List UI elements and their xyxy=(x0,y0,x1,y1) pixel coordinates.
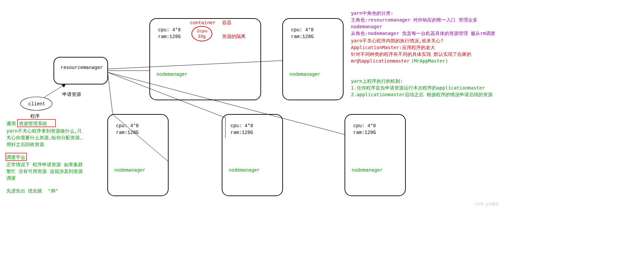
client-label: client xyxy=(28,101,45,107)
nm5-ram: ram:128G xyxy=(353,130,376,135)
left-l7: 繁忙 没有可用资源 这就涉及到资源 xyxy=(6,169,83,174)
left-l4: 用好之后回收资源 xyxy=(6,142,44,147)
nm4-ram: ram:128G xyxy=(230,130,253,135)
nm3-cpu: cpu: 4*8 xyxy=(116,123,139,129)
right-g3: 2.applicationmaster启动之后 根据程序的情况申请后续的资源 xyxy=(351,92,493,97)
nm5-cpu: cpu: 4*8 xyxy=(353,123,376,129)
client-to-rm-arrowhead xyxy=(62,84,66,87)
container-cpu: 2cpu xyxy=(197,29,207,34)
left-l6: 正常情况下 程序申请资源 如果集群 xyxy=(6,162,83,167)
nm1-label: nodemanager xyxy=(156,72,187,77)
nm1-cpu: cpu: 4*8 xyxy=(158,27,181,33)
container-ram: 10g xyxy=(198,34,206,39)
nm4-label: nodemanager xyxy=(229,168,260,173)
resourcemanager-box xyxy=(54,57,108,84)
nm2-label: nodemanager xyxy=(289,72,320,77)
rm-to-nm5-line xyxy=(108,72,345,135)
left-l5: 调度平台 xyxy=(6,154,25,160)
left-l8: 调度 xyxy=(6,175,16,181)
right-p1: yarn中角色的分类: xyxy=(351,10,393,16)
yarn-architecture-diagram: resourcemanager client 申请资源 程序 cpu: 4*8 … xyxy=(0,0,644,253)
right-r4a: mr的applicationmaster xyxy=(351,58,409,64)
right-r3: 针对不同种类的程序有不同的具体实现 默认实现了自家的 xyxy=(351,51,471,57)
container-title-cn: 容器 xyxy=(222,20,231,25)
nm3-ram: ram:128G xyxy=(116,130,139,135)
container-title: container xyxy=(190,20,216,26)
container-note: 资源的隔离 xyxy=(222,34,246,39)
resourcemanager-label: resourcemanager xyxy=(61,65,103,70)
right-g1: yarn上程序执行的机制: xyxy=(351,78,403,84)
client-below-label: 程序 xyxy=(30,113,40,119)
client-arrow-label: 申请资源 xyxy=(62,92,81,97)
watermark: CSDN @北极狼 xyxy=(474,202,499,206)
nm1-ram: ram:128G xyxy=(158,34,181,39)
right-p2b: nodemanager xyxy=(351,24,382,29)
right-p3: 从角色:nodemanager 负责每一台机器具体的资源管理 服从rm调度 xyxy=(351,31,495,36)
nm4-cpu: cpu: 4*8 xyxy=(230,123,253,129)
nm5-label: nodemanager xyxy=(352,168,383,173)
right-p2a: 主角色:resourcemanager 对外响应的唯一入口 管理众多 xyxy=(351,17,477,23)
rm-to-nm2-line xyxy=(108,61,283,69)
right-r4b: (MrAppMaster) xyxy=(411,58,448,64)
nm2-cpu: cpu: 4*8 xyxy=(291,27,314,33)
right-r1: yarn不关心程序内部的执行情况,谁来关心? xyxy=(351,38,443,43)
left-l3: 关心你需要什么资源,给你分配资源, xyxy=(6,135,83,140)
right-g2: 1.任何程序首先申请资源运行本次程序的applicationmaster xyxy=(351,85,485,91)
nm3-label: nodemanager xyxy=(114,168,145,173)
left-l1-pre: 通用 xyxy=(6,121,16,126)
left-l9: 先进先出 优先级 "帅" xyxy=(6,188,58,193)
left-l1-box: 资源管理系统 xyxy=(19,121,47,126)
nm2-ram: ram:128G xyxy=(291,34,314,39)
right-r2: ApplicationMaster:应用程序的老大 xyxy=(351,45,435,50)
left-l2: yarn不关心程序拿到资源做什么,只 xyxy=(6,128,82,134)
